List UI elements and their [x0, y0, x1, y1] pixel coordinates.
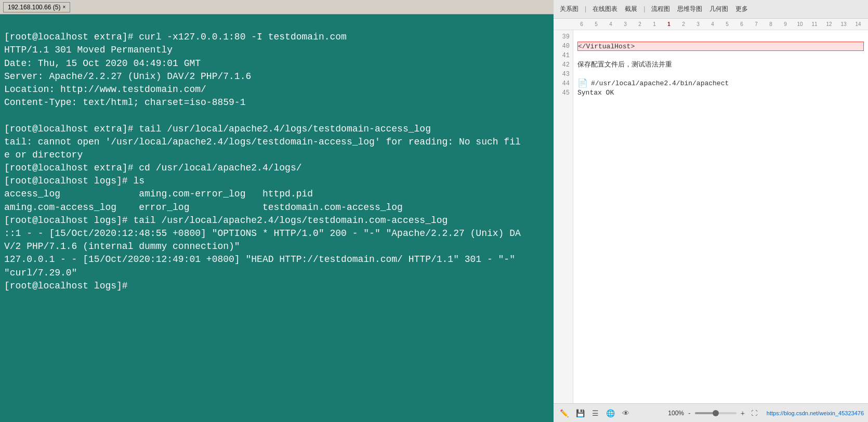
code-line-42: 保存配置文件后，测试语法并重	[577, 60, 864, 70]
terminal-tab[interactable]: 192.168.100.66 (5) ×	[3, 2, 70, 12]
toolbar: 关系图 | 在线图表 截展 | 流程图 思维导图 几何图 更多	[554, 0, 868, 19]
zoom-label: 100%	[668, 410, 684, 417]
list-icon[interactable]: ☰	[590, 408, 601, 418]
toolbar-btn-flow[interactable]: 流程图	[649, 4, 672, 15]
zoom-minus-button[interactable]: -	[686, 408, 693, 418]
code-line-40: </VirtualHost>	[577, 42, 864, 51]
terminal-titlebar: 192.168.100.66 (5) ×	[0, 0, 554, 15]
code-view: 39 40 41 42 43 44 45 </VirtualHost> 保存配置…	[554, 30, 868, 403]
zoom-expand-button[interactable]: ⛶	[749, 408, 759, 418]
toolbar-btn-mind[interactable]: 思维导图	[675, 4, 704, 15]
zoom-control: 100% - + ⛶	[668, 408, 759, 418]
code-line-44-text: #/usr/local/apache2.4/bin/apachect	[591, 79, 729, 88]
code-line-44: 📄 #/usr/local/apache2.4/bin/apachect	[577, 79, 864, 88]
edit-icon[interactable]: ✏️	[558, 408, 571, 418]
code-line-45: Syntax OK	[577, 88, 864, 98]
toolbar-btn-online[interactable]: 在线图表	[590, 4, 620, 15]
right-panel: 关系图 | 在线图表 截展 | 流程图 思维导图 几何图 更多 6 5 4 3 …	[554, 0, 868, 422]
toolbar-btn-jie[interactable]: 截展	[623, 4, 639, 15]
code-area[interactable]: </VirtualHost> 保存配置文件后，测试语法并重 📄 #/usr/lo…	[573, 30, 868, 403]
zoom-plus-button[interactable]: +	[739, 408, 747, 418]
ruler: 6 5 4 3 2 1 1 2 3 4 5 6 7 8 9 10 11 12 1…	[554, 19, 868, 30]
code-line-43	[577, 70, 864, 79]
zoom-slider[interactable]	[695, 412, 737, 414]
line-numbers: 39 40 41 42 43 44 45	[554, 30, 573, 403]
terminal-tab-label: 192.168.100.66 (5)	[8, 4, 60, 11]
toolbar-btn-geo[interactable]: 几何图	[707, 4, 730, 15]
terminal-content: [root@localhost extra]# curl -x127.0.0.1…	[4, 32, 521, 291]
save-icon[interactable]: 💾	[574, 408, 587, 418]
toolbar-btn-more[interactable]: 更多	[733, 4, 750, 15]
globe-icon[interactable]: 🌐	[604, 408, 617, 418]
bottom-toolbar: ✏️ 💾 ☰ 🌐 👁 100% - + ⛶ https://blog.csdn.…	[554, 403, 868, 422]
eye-icon[interactable]: 👁	[620, 408, 632, 418]
url-label: https://blog.csdn.net/weixin_45323476	[767, 410, 864, 416]
code-line-41	[577, 51, 864, 60]
close-icon[interactable]: ×	[62, 4, 65, 10]
code-line-39	[577, 32, 864, 42]
terminal-window: 192.168.100.66 (5) × [root@localhost ext…	[0, 0, 554, 422]
terminal-body[interactable]: [root@localhost extra]# curl -x127.0.0.1…	[0, 15, 554, 422]
ruler-numbers: 6 5 4 3 2 1 1 2 3 4 5 6 7 8 9 10 11 12 1…	[574, 21, 868, 27]
toolbar-btn-guanxi[interactable]: 关系图	[558, 4, 581, 15]
document-icon: 📄	[577, 79, 588, 88]
